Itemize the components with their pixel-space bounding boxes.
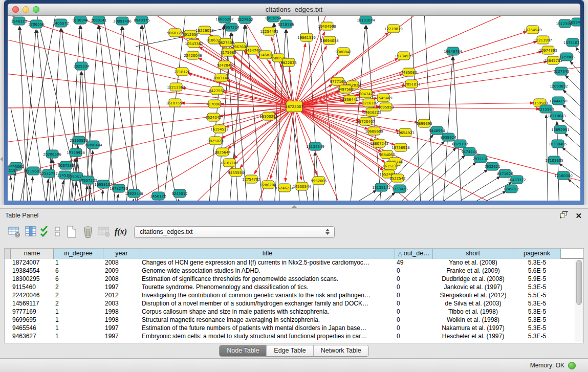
network-node[interactable]: 2803144 (213, 74, 229, 82)
network-node[interactable]: 19861319 (297, 33, 316, 41)
select-all-columns-icon[interactable] (39, 224, 51, 239)
network-node[interactable]: 9822033 (280, 58, 296, 67)
network-node[interactable]: 1615132 (382, 162, 398, 170)
network-node[interactable]: 2336441 (342, 95, 358, 103)
network-node[interactable]: 15135141 (372, 183, 390, 191)
table-row[interactable]: 946362711997Embryonic stem cells: a mode… (5, 333, 583, 341)
network-node[interactable]: 17103605 (545, 156, 563, 164)
network-node[interactable]: 18226058 (195, 26, 214, 34)
network-node[interactable]: 10655287 (215, 16, 234, 23)
network-window-titlebar[interactable]: citations_edges.txt (8, 4, 580, 16)
network-node[interactable]: 1115683 (25, 167, 41, 175)
network-node[interactable]: 4170061 (206, 100, 222, 108)
network-node[interactable]: 8471626 (497, 169, 513, 178)
table-row[interactable]: 1830029562008Estimation of significance … (5, 275, 583, 283)
network-canvas[interactable]: 1872400798601238912954182260581054336281… (8, 16, 580, 201)
network-node[interactable]: 2206556 (28, 20, 45, 28)
tab-edge-table[interactable]: Edge Table (266, 345, 313, 356)
table-row[interactable]: 911546021997Tourette syndrome. Phenomeno… (5, 283, 583, 292)
network-node[interactable]: 9242848 (216, 61, 232, 69)
network-node[interactable]: 3175685 (220, 48, 236, 56)
network-node[interactable]: 14616223 (363, 108, 381, 116)
network-node[interactable]: 9329966 (558, 53, 575, 61)
network-node[interactable]: 7485083 (401, 68, 417, 76)
network-node[interactable]: 7957224 (223, 23, 239, 31)
network-node[interactable]: 14845703 (544, 56, 562, 64)
scrollbar-thumb[interactable] (576, 260, 582, 305)
delete-table-icon[interactable] (80, 224, 96, 239)
network-node[interactable]: 8912954 (182, 30, 199, 38)
network-node[interactable]: 15692951 (551, 125, 570, 134)
network-node[interactable]: 12160300 (554, 171, 573, 180)
minimize-window-button[interactable] (23, 6, 29, 13)
column-header-pagerank[interactable]: pagerank (513, 249, 561, 259)
network-node[interactable]: 14530544 (293, 182, 311, 190)
network-node[interactable]: 9474444 (461, 147, 477, 156)
network-node[interactable]: 9097588 (58, 161, 74, 169)
network-node[interactable]: 9899695 (416, 119, 432, 127)
table-scrollbar[interactable] (575, 259, 583, 342)
network-node[interactable]: 12093832 (550, 82, 568, 90)
network-node[interactable]: 9218586 (278, 20, 294, 28)
column-header-in_degree[interactable]: in_degree (54, 249, 103, 259)
network-node[interactable]: 8825644 (214, 148, 231, 156)
network-node[interactable]: 9827509 (218, 38, 234, 47)
network-node[interactable]: 12213997 (534, 36, 552, 44)
network-node[interactable]: 8938924 (440, 133, 456, 141)
network-node[interactable]: 19404998 (318, 22, 336, 30)
network-node[interactable]: 16782759 (110, 184, 128, 192)
splitter-grip-icon[interactable] (292, 205, 297, 208)
network-node[interactable]: 12342757 (39, 169, 58, 178)
network-node[interactable]: 20206506 (43, 150, 61, 158)
network-node[interactable]: 16107102 (220, 159, 238, 167)
network-node[interactable]: 9952005 (311, 177, 326, 185)
network-node[interactable]: 6497568 (337, 85, 353, 93)
network-node[interactable]: 9136946 (72, 16, 89, 24)
network-node[interactable]: 15090444 (84, 141, 102, 149)
network-node[interactable]: 18724007 (285, 101, 303, 112)
network-node[interactable]: 10688609 (365, 127, 383, 135)
network-node[interactable]: 16648784 (444, 47, 462, 55)
network-node[interactable]: 19654923 (396, 128, 415, 137)
network-node[interactable]: 9146821 (257, 51, 273, 59)
network-node[interactable]: 1527602 (237, 16, 253, 24)
zoom-window-button[interactable] (33, 6, 39, 13)
table-row[interactable]: 946554611997Estimation of the future num… (5, 324, 583, 333)
new-table-icon[interactable] (63, 224, 80, 239)
network-node[interactable]: 18131074 (357, 16, 375, 24)
network-node[interactable]: 12219879 (384, 25, 403, 33)
network-node[interactable]: 1405572 (53, 19, 69, 27)
network-node[interactable]: 2522542 (389, 174, 405, 182)
network-node[interactable]: 1245012 (503, 185, 519, 193)
network-node[interactable]: 9025023 (207, 137, 223, 145)
function-builder-icon[interactable]: f(x) (113, 224, 129, 239)
network-node[interactable]: 7524042 (205, 113, 221, 121)
unselect-columns-icon[interactable] (51, 224, 63, 239)
close-panel-icon[interactable]: ✕ (575, 212, 582, 220)
network-node[interactable]: 20891406 (113, 17, 132, 25)
network-node[interactable]: 2450122 (150, 192, 166, 200)
network-node[interactable]: 2718126 (174, 68, 190, 76)
table-row[interactable]: 977716911998Corpus callosum shape and si… (5, 308, 583, 316)
tab-node-table[interactable]: Node Table (220, 345, 266, 356)
network-node[interactable]: 10974393 (539, 46, 557, 54)
collapse-left-arrow-icon[interactable] (0, 157, 3, 162)
tab-network-table[interactable]: Network Table (313, 345, 368, 356)
network-node[interactable]: 11254549 (524, 26, 542, 34)
network-view[interactable]: 1872400798601238912954182260581054336281… (8, 16, 580, 201)
show-columns-icon[interactable] (23, 224, 39, 239)
network-node[interactable]: 8454749 (245, 46, 260, 54)
network-node[interactable]: 12213363 (167, 83, 185, 91)
network-node[interactable]: 2089141 (91, 16, 106, 24)
network-node[interactable]: 15246224 (275, 184, 294, 192)
column-header-out_de[interactable]: △out_de… (395, 249, 433, 259)
network-node[interactable]: 9286204 (260, 181, 276, 189)
table-row[interactable]: 1456911722003Disruption of a novel membe… (5, 300, 583, 308)
network-node[interactable]: 1733426 (391, 185, 408, 193)
network-node[interactable]: 9433554 (228, 168, 244, 177)
network-node[interactable]: 9860123 (167, 29, 183, 37)
table-mode-icon[interactable] (6, 224, 23, 239)
network-node[interactable]: 2935114 (472, 155, 489, 163)
column-header-title[interactable]: title (140, 249, 395, 259)
network-node[interactable]: 17359928 (67, 148, 85, 157)
